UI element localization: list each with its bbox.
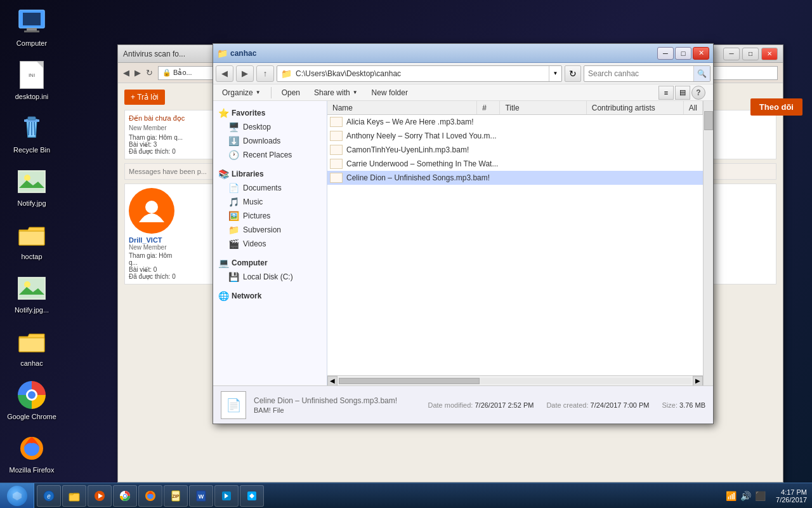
network-header[interactable]: 🌐 Network <box>213 289 327 303</box>
taskbar-chrome[interactable] <box>113 485 137 507</box>
recent-label: Recent Places <box>243 150 292 159</box>
number-column-header[interactable]: # <box>477 101 500 114</box>
desktop-icon-ini[interactable]: INI desktop.ini <box>6 60 57 100</box>
organize-menu[interactable]: Organize ▼ <box>216 87 267 98</box>
taskbar-app1[interactable] <box>214 485 239 507</box>
back-button[interactable]: ◀ <box>216 65 233 82</box>
status-meta: Date modified: 7/26/2017 2:52 PM Date cr… <box>428 401 705 409</box>
file-row-3[interactable]: Carrie Underwood – Something In The Wat.… <box>327 157 703 171</box>
network-tray-icon[interactable]: 📶 <box>726 491 737 501</box>
search-input[interactable] <box>584 69 693 78</box>
browser-maximize-btn[interactable]: □ <box>742 48 759 60</box>
scroll-left-btn[interactable]: ◀ <box>327 376 337 386</box>
date-created-label: Date created: <box>546 401 588 409</box>
scroll-thumb-h[interactable] <box>339 378 480 384</box>
sidebar-item-music[interactable]: 🎵 Music <box>213 195 327 209</box>
file-row-4[interactable]: Celine Dion – Unfinished Songs.mp3.bam! <box>327 171 703 185</box>
back-icon[interactable]: ◀ <box>123 68 129 77</box>
taskbar-explorer[interactable] <box>62 485 86 507</box>
libraries-header[interactable]: 📚 Libraries <box>213 167 327 181</box>
browser-minimize-btn[interactable]: ─ <box>723 48 740 60</box>
desktop-icon-canhac[interactable]: canhac <box>6 326 57 367</box>
notify-jpg-label: Notify.jpg <box>17 199 46 207</box>
title-column-header[interactable]: Title <box>500 101 586 114</box>
file-row-2[interactable]: CamonTinhYeu-UyenLinh.mp3.bam! <box>327 143 703 157</box>
forward-icon[interactable]: ▶ <box>134 68 141 77</box>
vertical-scrollbar[interactable] <box>703 101 713 385</box>
desktop: Computer INI desktop.ini <box>0 0 812 508</box>
start-button[interactable] <box>0 483 34 509</box>
taskbar-firefox[interactable] <box>138 485 162 507</box>
scroll-thumb-v[interactable] <box>704 111 713 130</box>
address-folder-icon: 📁 <box>277 69 296 79</box>
clock[interactable]: 4:17 PM 7/26/2017 <box>771 488 812 504</box>
file-row-1[interactable]: Anthony Neely – Sorry That I Loved You.m… <box>327 129 703 143</box>
svg-rect-2 <box>27 28 37 30</box>
svg-text:e: e <box>47 493 51 500</box>
date-modified-label: Date modified: <box>428 401 473 409</box>
sidebar-item-recent[interactable]: 🕐 Recent Places <box>213 148 327 162</box>
computer-header[interactable]: 💻 Computer <box>213 256 327 270</box>
explorer-minimize-btn[interactable]: ─ <box>657 47 674 60</box>
theo-doi-button[interactable]: Theo dõi <box>750 98 802 116</box>
favorites-header[interactable]: ⭐ Favorites <box>213 106 327 120</box>
tra-loi-btn[interactable]: + Trả lời <box>124 90 165 105</box>
taskbar-word[interactable]: W <box>189 485 213 507</box>
open-menu[interactable]: Open <box>275 87 306 98</box>
sidebar-item-desktop[interactable]: 🖥️ Desktop <box>213 120 327 134</box>
desktop-icon-notify[interactable]: Notify.jpg <box>6 166 57 207</box>
size-value: 3.76 MB <box>679 401 705 409</box>
share-with-menu[interactable]: Share with ▼ <box>308 87 364 98</box>
app2-icon <box>246 490 258 502</box>
search-button[interactable]: 🔍 <box>693 66 710 81</box>
horizontal-scrollbar[interactable]: ◀ ▶ <box>327 375 703 385</box>
sidebar-item-documents[interactable]: 📄 Documents <box>213 181 327 195</box>
help-button[interactable]: ? <box>691 86 705 100</box>
refresh-browser-icon[interactable]: ↻ <box>146 68 153 77</box>
scroll-right-btn[interactable]: ▶ <box>693 376 703 386</box>
file-row-0[interactable]: Alicia Keys – We Are Here .mp3.bam! <box>327 115 703 129</box>
all-column-header[interactable]: All <box>684 101 703 114</box>
status-filetype: BAM! File <box>254 406 420 414</box>
refresh-button[interactable]: ↻ <box>565 65 581 82</box>
taskbar-app2[interactable] <box>240 485 264 507</box>
desktop-icon-hoctap[interactable]: hoctap <box>6 220 57 260</box>
search-box[interactable]: 🔍 <box>584 65 710 82</box>
taskbar-zip[interactable]: ZIP <box>164 485 188 507</box>
sidebar-item-local-disk[interactable]: 💾 Local Disk (C:) <box>213 270 327 284</box>
taskbar-ie[interactable]: e <box>37 485 61 507</box>
taskbar-media[interactable] <box>88 485 112 507</box>
svg-rect-14 <box>19 278 44 298</box>
sidebar-item-downloads[interactable]: ⬇️ Downloads <box>213 134 327 148</box>
pictures-icon: 🖼️ <box>228 211 239 221</box>
up-button[interactable]: ↑ <box>256 65 274 82</box>
share-arrow-icon: ▼ <box>353 90 358 95</box>
taskbar-tray: 📶 🔊 ⬛ <box>721 491 771 501</box>
explorer-maximize-btn[interactable]: □ <box>675 47 691 60</box>
clock-time: 4:17 PM <box>776 488 807 496</box>
volume-tray-icon[interactable]: 🔊 <box>740 491 751 501</box>
sidebar-item-videos[interactable]: 🎬 Videos <box>213 237 327 251</box>
sidebar-item-subversion[interactable]: 📁 Subversion <box>213 223 327 237</box>
artists-column-header[interactable]: Contributing artists <box>587 101 684 114</box>
forward-button[interactable]: ▶ <box>236 65 254 82</box>
address-dropdown-btn[interactable]: ▼ <box>549 66 561 81</box>
address-bar[interactable]: 📁 ▼ <box>277 65 562 82</box>
desktop-icon-recycle[interactable]: Recycle Bin <box>6 113 57 154</box>
sidebar-item-pictures[interactable]: 🖼️ Pictures <box>213 209 327 223</box>
explorer-close-btn[interactable]: ✕ <box>693 47 709 60</box>
network-icon: 🌐 <box>218 291 229 301</box>
file-name-2: CamonTinhYeu-UyenLinh.mp3.bam! <box>346 145 518 154</box>
desktop-icon-chrome[interactable]: Google Chrome <box>6 380 57 420</box>
desktop-icon-computer[interactable]: Computer <box>6 6 57 47</box>
new-folder-menu[interactable]: New folder <box>365 87 414 98</box>
name-column-header[interactable]: Name <box>327 101 477 114</box>
desktop-icon-firefox[interactable]: Mozilla Firefox <box>6 433 57 474</box>
address-input[interactable] <box>296 69 549 78</box>
scroll-track-h[interactable] <box>339 378 691 384</box>
desktop-icon-notify2[interactable]: Notify.jpg... <box>6 273 57 314</box>
view-list-btn[interactable]: ≡ <box>658 86 674 100</box>
user-role: New Member <box>129 244 180 251</box>
view-details-btn[interactable]: ▤ <box>675 86 690 100</box>
browser-close-btn[interactable]: ✕ <box>761 48 778 60</box>
